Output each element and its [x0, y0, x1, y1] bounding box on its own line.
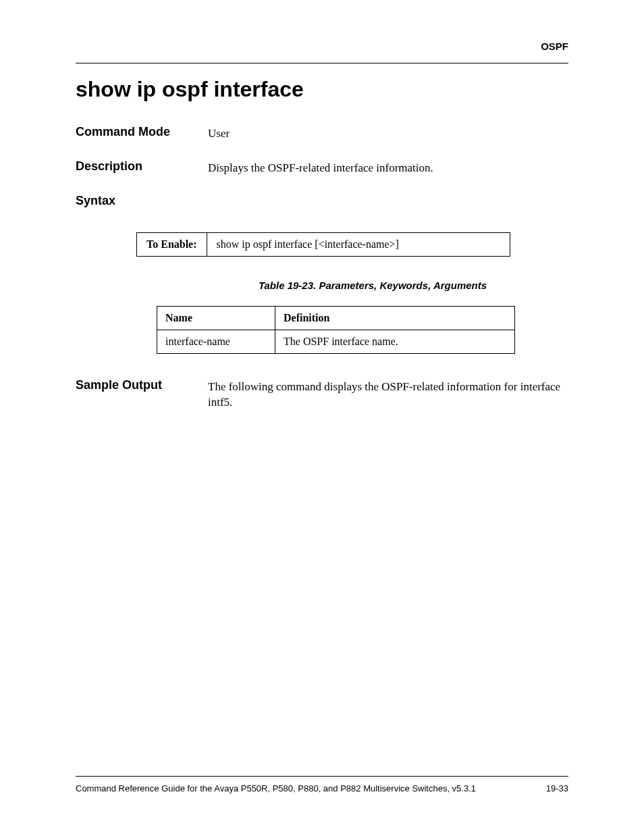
sample-output-value: The following command displays the OSPF-… [208, 378, 568, 411]
param-table: Name Definition interface-name The OSPF … [157, 306, 515, 354]
description-value: Displays the OSPF-related interface info… [208, 159, 568, 176]
enable-label-cell: To Enable: [137, 232, 207, 256]
footer-right: 19-33 [546, 783, 568, 793]
enable-command-cell: show ip ospf interface [<interface-name>… [207, 232, 510, 256]
syntax-label: Syntax [76, 194, 568, 208]
header-section: OSPF [76, 41, 568, 52]
syntax-enable-table: To Enable: show ip ospf interface [<inte… [136, 232, 510, 257]
command-mode-value: User [208, 125, 568, 142]
footer-row: Command Reference Guide for the Avaya P5… [76, 783, 568, 793]
command-mode-label: Command Mode [76, 125, 208, 139]
param-header-definition: Definition [275, 306, 515, 330]
sample-output-label: Sample Output [76, 378, 208, 392]
document-page: OSPF show ip ospf interface Command Mode… [0, 0, 644, 834]
page-title: show ip ospf interface [76, 77, 568, 102]
table-row: To Enable: show ip ospf interface [<inte… [137, 232, 510, 256]
table-row: interface-name The OSPF interface name. [157, 330, 515, 353]
description-row: Description Displays the OSPF-related in… [76, 159, 568, 176]
description-label: Description [76, 159, 208, 174]
footer-rule [76, 776, 568, 777]
param-table-caption: Table 19-23. Parameters, Keywords, Argum… [76, 280, 568, 291]
header-rule [76, 63, 568, 63]
param-definition-cell: The OSPF interface name. [275, 330, 515, 353]
page-footer: Command Reference Guide for the Avaya P5… [76, 776, 568, 793]
footer-left: Command Reference Guide for the Avaya P5… [76, 783, 476, 793]
sample-output-row: Sample Output The following command disp… [76, 378, 568, 411]
table-row: Name Definition [157, 306, 515, 330]
param-header-name: Name [157, 306, 275, 330]
param-name-cell: interface-name [157, 330, 275, 353]
command-mode-row: Command Mode User [76, 125, 568, 142]
